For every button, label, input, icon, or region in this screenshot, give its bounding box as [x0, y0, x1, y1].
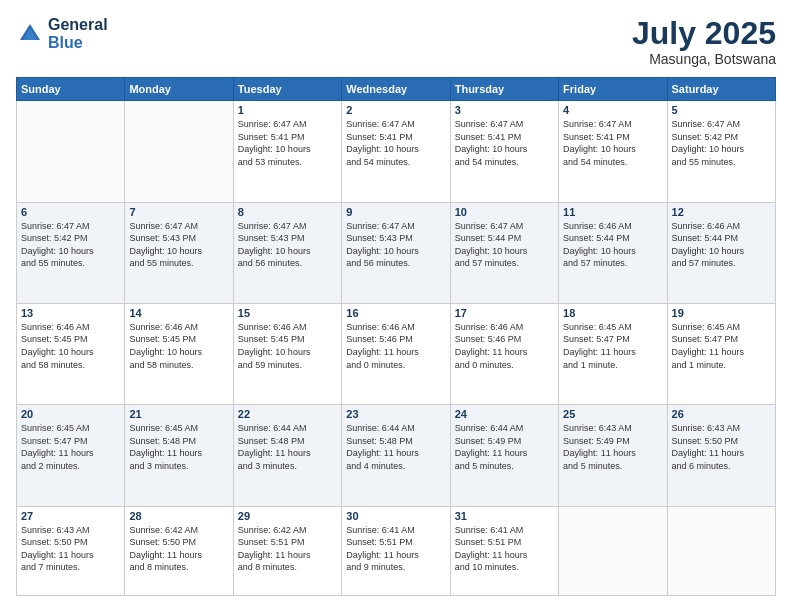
day-info: Sunrise: 6:47 AM Sunset: 5:42 PM Dayligh…	[21, 220, 120, 270]
day-info: Sunrise: 6:47 AM Sunset: 5:41 PM Dayligh…	[346, 118, 445, 168]
day-number: 31	[455, 510, 554, 522]
logo: General Blue	[16, 16, 108, 52]
day-info: Sunrise: 6:47 AM Sunset: 5:43 PM Dayligh…	[129, 220, 228, 270]
title-block: July 2025 Masunga, Botswana	[632, 16, 776, 67]
logo-text: General Blue	[48, 16, 108, 52]
calendar-week-row: 13Sunrise: 6:46 AM Sunset: 5:45 PM Dayli…	[17, 303, 776, 404]
table-row: 3Sunrise: 6:47 AM Sunset: 5:41 PM Daylig…	[450, 101, 558, 202]
calendar-week-row: 6Sunrise: 6:47 AM Sunset: 5:42 PM Daylig…	[17, 202, 776, 303]
day-number: 28	[129, 510, 228, 522]
day-info: Sunrise: 6:47 AM Sunset: 5:41 PM Dayligh…	[238, 118, 337, 168]
day-number: 1	[238, 104, 337, 116]
day-number: 9	[346, 206, 445, 218]
day-number: 20	[21, 408, 120, 420]
table-row: 21Sunrise: 6:45 AM Sunset: 5:48 PM Dayli…	[125, 405, 233, 506]
day-number: 27	[21, 510, 120, 522]
day-number: 8	[238, 206, 337, 218]
table-row: 6Sunrise: 6:47 AM Sunset: 5:42 PM Daylig…	[17, 202, 125, 303]
header-thursday: Thursday	[450, 78, 558, 101]
calendar-week-row: 1Sunrise: 6:47 AM Sunset: 5:41 PM Daylig…	[17, 101, 776, 202]
header-tuesday: Tuesday	[233, 78, 341, 101]
day-info: Sunrise: 6:46 AM Sunset: 5:46 PM Dayligh…	[455, 321, 554, 371]
table-row: 1Sunrise: 6:47 AM Sunset: 5:41 PM Daylig…	[233, 101, 341, 202]
day-info: Sunrise: 6:45 AM Sunset: 5:48 PM Dayligh…	[129, 422, 228, 472]
table-row: 2Sunrise: 6:47 AM Sunset: 5:41 PM Daylig…	[342, 101, 450, 202]
day-info: Sunrise: 6:41 AM Sunset: 5:51 PM Dayligh…	[455, 524, 554, 574]
table-row: 17Sunrise: 6:46 AM Sunset: 5:46 PM Dayli…	[450, 303, 558, 404]
day-info: Sunrise: 6:46 AM Sunset: 5:45 PM Dayligh…	[238, 321, 337, 371]
weekday-header-row: Sunday Monday Tuesday Wednesday Thursday…	[17, 78, 776, 101]
table-row	[559, 506, 667, 595]
table-row	[125, 101, 233, 202]
table-row: 28Sunrise: 6:42 AM Sunset: 5:50 PM Dayli…	[125, 506, 233, 595]
day-info: Sunrise: 6:47 AM Sunset: 5:43 PM Dayligh…	[238, 220, 337, 270]
day-info: Sunrise: 6:47 AM Sunset: 5:42 PM Dayligh…	[672, 118, 771, 168]
day-number: 3	[455, 104, 554, 116]
day-number: 2	[346, 104, 445, 116]
day-number: 11	[563, 206, 662, 218]
table-row: 23Sunrise: 6:44 AM Sunset: 5:48 PM Dayli…	[342, 405, 450, 506]
table-row: 24Sunrise: 6:44 AM Sunset: 5:49 PM Dayli…	[450, 405, 558, 506]
day-info: Sunrise: 6:46 AM Sunset: 5:44 PM Dayligh…	[563, 220, 662, 270]
day-number: 18	[563, 307, 662, 319]
day-number: 30	[346, 510, 445, 522]
day-info: Sunrise: 6:45 AM Sunset: 5:47 PM Dayligh…	[21, 422, 120, 472]
day-number: 13	[21, 307, 120, 319]
day-info: Sunrise: 6:45 AM Sunset: 5:47 PM Dayligh…	[672, 321, 771, 371]
day-info: Sunrise: 6:45 AM Sunset: 5:47 PM Dayligh…	[563, 321, 662, 371]
table-row: 8Sunrise: 6:47 AM Sunset: 5:43 PM Daylig…	[233, 202, 341, 303]
table-row: 15Sunrise: 6:46 AM Sunset: 5:45 PM Dayli…	[233, 303, 341, 404]
page: General Blue July 2025 Masunga, Botswana…	[0, 0, 792, 612]
day-number: 25	[563, 408, 662, 420]
day-number: 24	[455, 408, 554, 420]
day-info: Sunrise: 6:43 AM Sunset: 5:49 PM Dayligh…	[563, 422, 662, 472]
day-info: Sunrise: 6:43 AM Sunset: 5:50 PM Dayligh…	[672, 422, 771, 472]
day-info: Sunrise: 6:47 AM Sunset: 5:44 PM Dayligh…	[455, 220, 554, 270]
location: Masunga, Botswana	[632, 51, 776, 67]
header-friday: Friday	[559, 78, 667, 101]
day-number: 7	[129, 206, 228, 218]
table-row: 12Sunrise: 6:46 AM Sunset: 5:44 PM Dayli…	[667, 202, 775, 303]
calendar-week-row: 20Sunrise: 6:45 AM Sunset: 5:47 PM Dayli…	[17, 405, 776, 506]
table-row: 4Sunrise: 6:47 AM Sunset: 5:41 PM Daylig…	[559, 101, 667, 202]
header: General Blue July 2025 Masunga, Botswana	[16, 16, 776, 67]
calendar-week-row: 27Sunrise: 6:43 AM Sunset: 5:50 PM Dayli…	[17, 506, 776, 595]
day-info: Sunrise: 6:44 AM Sunset: 5:49 PM Dayligh…	[455, 422, 554, 472]
day-info: Sunrise: 6:46 AM Sunset: 5:45 PM Dayligh…	[21, 321, 120, 371]
table-row: 25Sunrise: 6:43 AM Sunset: 5:49 PM Dayli…	[559, 405, 667, 506]
day-info: Sunrise: 6:43 AM Sunset: 5:50 PM Dayligh…	[21, 524, 120, 574]
header-wednesday: Wednesday	[342, 78, 450, 101]
table-row: 26Sunrise: 6:43 AM Sunset: 5:50 PM Dayli…	[667, 405, 775, 506]
table-row: 9Sunrise: 6:47 AM Sunset: 5:43 PM Daylig…	[342, 202, 450, 303]
table-row: 31Sunrise: 6:41 AM Sunset: 5:51 PM Dayli…	[450, 506, 558, 595]
day-info: Sunrise: 6:46 AM Sunset: 5:46 PM Dayligh…	[346, 321, 445, 371]
table-row: 13Sunrise: 6:46 AM Sunset: 5:45 PM Dayli…	[17, 303, 125, 404]
day-number: 4	[563, 104, 662, 116]
table-row: 20Sunrise: 6:45 AM Sunset: 5:47 PM Dayli…	[17, 405, 125, 506]
table-row: 29Sunrise: 6:42 AM Sunset: 5:51 PM Dayli…	[233, 506, 341, 595]
table-row: 5Sunrise: 6:47 AM Sunset: 5:42 PM Daylig…	[667, 101, 775, 202]
day-number: 22	[238, 408, 337, 420]
day-number: 17	[455, 307, 554, 319]
day-info: Sunrise: 6:44 AM Sunset: 5:48 PM Dayligh…	[238, 422, 337, 472]
header-sunday: Sunday	[17, 78, 125, 101]
day-info: Sunrise: 6:42 AM Sunset: 5:51 PM Dayligh…	[238, 524, 337, 574]
day-number: 12	[672, 206, 771, 218]
table-row	[667, 506, 775, 595]
table-row: 19Sunrise: 6:45 AM Sunset: 5:47 PM Dayli…	[667, 303, 775, 404]
day-number: 16	[346, 307, 445, 319]
header-monday: Monday	[125, 78, 233, 101]
day-info: Sunrise: 6:42 AM Sunset: 5:50 PM Dayligh…	[129, 524, 228, 574]
table-row	[17, 101, 125, 202]
table-row: 22Sunrise: 6:44 AM Sunset: 5:48 PM Dayli…	[233, 405, 341, 506]
table-row: 27Sunrise: 6:43 AM Sunset: 5:50 PM Dayli…	[17, 506, 125, 595]
logo-icon	[16, 20, 44, 48]
table-row: 14Sunrise: 6:46 AM Sunset: 5:45 PM Dayli…	[125, 303, 233, 404]
day-info: Sunrise: 6:44 AM Sunset: 5:48 PM Dayligh…	[346, 422, 445, 472]
calendar-table: Sunday Monday Tuesday Wednesday Thursday…	[16, 77, 776, 596]
day-number: 29	[238, 510, 337, 522]
day-info: Sunrise: 6:47 AM Sunset: 5:41 PM Dayligh…	[563, 118, 662, 168]
day-number: 14	[129, 307, 228, 319]
table-row: 11Sunrise: 6:46 AM Sunset: 5:44 PM Dayli…	[559, 202, 667, 303]
table-row: 30Sunrise: 6:41 AM Sunset: 5:51 PM Dayli…	[342, 506, 450, 595]
